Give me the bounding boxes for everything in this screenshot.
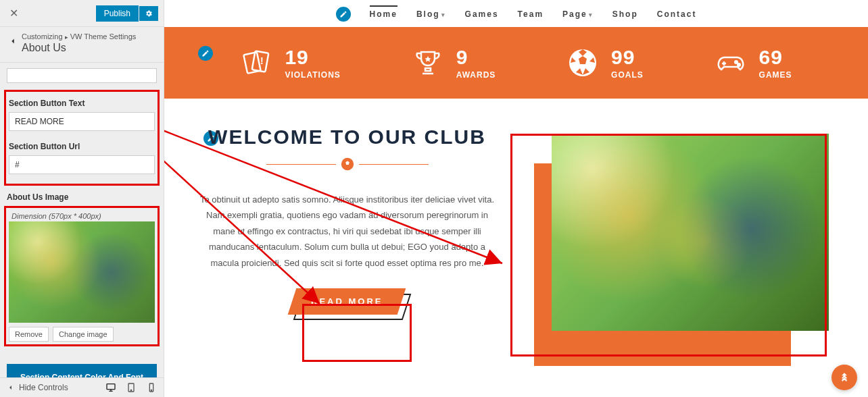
about-text: Te obtinuit ut adepto satis somno. Aliis… (199, 192, 496, 271)
nav-contact[interactable]: Contact (657, 9, 697, 19)
button-url-label: Section Button Url (9, 142, 155, 151)
ball-icon (340, 157, 355, 171)
svg-point-2 (130, 390, 131, 390)
stats-bar: ! 19VIOLATIONS 9AWARDS 99GOALS 69GAMES (164, 27, 868, 99)
read-more-wrap: READ MORE (292, 288, 402, 315)
title-divider (266, 157, 429, 171)
settings-gear-button[interactable] (139, 6, 158, 21)
stat-games: 69GAMES (715, 46, 792, 80)
stat-label: VIOLATIONS (285, 70, 340, 80)
remove-image-button[interactable]: Remove (9, 327, 49, 342)
close-icon[interactable]: ✕ (7, 4, 21, 22)
svg-text:!: ! (260, 55, 264, 66)
breadcrumb-row: Customizing ▸ VW Theme Settings About Us (0, 27, 164, 63)
stat-num: 69 (759, 46, 792, 69)
trophy-icon (412, 47, 444, 79)
nav-games[interactable]: Games (465, 9, 499, 19)
stat-violations: ! 19VIOLATIONS (240, 46, 340, 80)
change-image-button[interactable]: Change image (53, 327, 114, 342)
main-nav: Home Blog▾ Games Team Page▾ Shop Contact (164, 0, 868, 27)
desktop-icon[interactable] (105, 382, 116, 393)
color-font-settings-button[interactable]: Section Content Color And Font Settings (7, 364, 157, 377)
nav-blog[interactable]: Blog▾ (416, 9, 446, 19)
sidebar-header: ✕ Publish (0, 0, 164, 27)
button-url-input[interactable] (9, 155, 155, 174)
tablet-icon[interactable] (126, 382, 137, 393)
stat-awards: 9AWARDS (412, 46, 496, 80)
image-dimension-hint: Dimension (570px * 400px) (9, 211, 155, 221)
hide-controls-button[interactable]: Hide Controls (7, 383, 68, 392)
svg-point-16 (738, 63, 740, 66)
back-button[interactable] (7, 32, 22, 46)
nav-shop[interactable]: Shop (612, 9, 638, 19)
nav-home[interactable]: Home (370, 5, 397, 19)
button-text-input[interactable] (9, 112, 155, 131)
nav-team[interactable]: Team (518, 9, 544, 19)
image-preview[interactable] (9, 221, 155, 323)
customizer-sidebar: ✕ Publish Customizing ▸ VW Theme Setting… (0, 0, 164, 397)
stat-label: GOALS (611, 70, 644, 80)
edit-shortcut-icon[interactable] (336, 7, 351, 22)
stat-goals: 99GOALS (566, 46, 644, 80)
preview-pane: Home Blog▾ Games Team Page▾ Shop Contact… (164, 0, 868, 397)
nav-page[interactable]: Page▾ (562, 9, 594, 19)
stat-num: 9 (456, 46, 496, 69)
svg-point-4 (151, 390, 151, 390)
about-title: WELCOME TO OUR CLUB (185, 126, 510, 149)
soccer-ball-icon (566, 47, 599, 79)
sidebar-content: Section Button Text Section Button Url A… (0, 63, 164, 377)
page-title: About Us (22, 42, 136, 54)
about-image-label: About Us Image (7, 192, 157, 202)
button-text-label: Section Button Text (9, 99, 155, 108)
read-more-button[interactable]: READ MORE (288, 288, 406, 315)
cards-icon: ! (240, 47, 272, 79)
stat-num: 19 (285, 46, 340, 69)
stat-label: GAMES (759, 70, 792, 80)
scroll-top-button[interactable] (831, 365, 857, 390)
about-section: WELCOME TO OUR CLUB Te obtinuit ut adept… (164, 99, 868, 342)
stat-label: AWARDS (456, 70, 496, 80)
sidebar-footer: Hide Controls (0, 377, 164, 397)
about-left: WELCOME TO OUR CLUB Te obtinuit ut adept… (185, 126, 510, 315)
gamepad-icon (715, 47, 747, 79)
stat-num: 99 (611, 46, 644, 69)
svg-rect-0 (107, 384, 115, 390)
breadcrumb: Customizing ▸ VW Theme Settings (22, 32, 136, 41)
about-image (552, 134, 829, 331)
description-textarea[interactable] (7, 68, 157, 83)
about-right (523, 126, 834, 315)
mobile-icon[interactable] (146, 382, 157, 393)
edit-shortcut-icon[interactable] (198, 46, 213, 61)
publish-button[interactable]: Publish (96, 5, 139, 22)
svg-point-15 (735, 61, 738, 63)
